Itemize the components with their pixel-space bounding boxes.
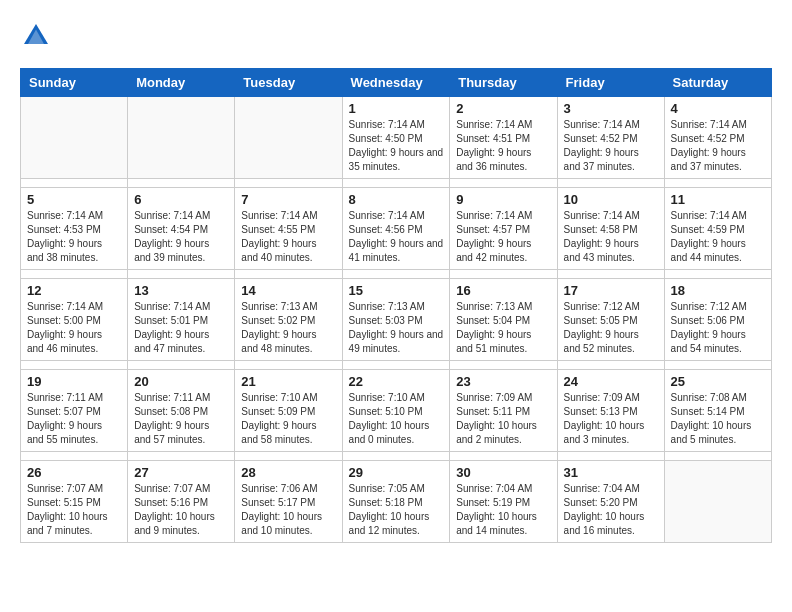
- day-header-thursday: Thursday: [450, 69, 557, 97]
- day-info: Sunrise: 7:07 AM Sunset: 5:15 PM Dayligh…: [27, 482, 121, 538]
- calendar-day: [128, 97, 235, 179]
- day-info: Sunrise: 7:07 AM Sunset: 5:16 PM Dayligh…: [134, 482, 228, 538]
- day-number: 14: [241, 283, 335, 298]
- day-info: Sunrise: 7:14 AM Sunset: 4:54 PM Dayligh…: [134, 209, 228, 265]
- day-number: 23: [456, 374, 550, 389]
- day-number: 26: [27, 465, 121, 480]
- calendar-week-row: 19Sunrise: 7:11 AM Sunset: 5:07 PM Dayli…: [21, 370, 772, 452]
- calendar-day: 17Sunrise: 7:12 AM Sunset: 5:05 PM Dayli…: [557, 279, 664, 361]
- calendar-day: 5Sunrise: 7:14 AM Sunset: 4:53 PM Daylig…: [21, 188, 128, 270]
- day-info: Sunrise: 7:13 AM Sunset: 5:03 PM Dayligh…: [349, 300, 444, 356]
- day-info: Sunrise: 7:13 AM Sunset: 5:04 PM Dayligh…: [456, 300, 550, 356]
- calendar-day: 29Sunrise: 7:05 AM Sunset: 5:18 PM Dayli…: [342, 461, 450, 543]
- calendar-day: 30Sunrise: 7:04 AM Sunset: 5:19 PM Dayli…: [450, 461, 557, 543]
- day-info: Sunrise: 7:14 AM Sunset: 4:52 PM Dayligh…: [564, 118, 658, 174]
- day-number: 31: [564, 465, 658, 480]
- day-header-tuesday: Tuesday: [235, 69, 342, 97]
- day-header-saturday: Saturday: [664, 69, 771, 97]
- calendar-day: 14Sunrise: 7:13 AM Sunset: 5:02 PM Dayli…: [235, 279, 342, 361]
- logo-icon: [20, 20, 52, 52]
- calendar-week-row: 1Sunrise: 7:14 AM Sunset: 4:50 PM Daylig…: [21, 97, 772, 179]
- day-number: 6: [134, 192, 228, 207]
- calendar-week-row: 26Sunrise: 7:07 AM Sunset: 5:15 PM Dayli…: [21, 461, 772, 543]
- page-header: [20, 20, 772, 52]
- day-number: 21: [241, 374, 335, 389]
- day-header-friday: Friday: [557, 69, 664, 97]
- calendar-day: 24Sunrise: 7:09 AM Sunset: 5:13 PM Dayli…: [557, 370, 664, 452]
- day-info: Sunrise: 7:14 AM Sunset: 5:01 PM Dayligh…: [134, 300, 228, 356]
- calendar-day: [235, 97, 342, 179]
- week-separator: [21, 179, 772, 188]
- calendar-day: [664, 461, 771, 543]
- day-number: 15: [349, 283, 444, 298]
- day-info: Sunrise: 7:13 AM Sunset: 5:02 PM Dayligh…: [241, 300, 335, 356]
- calendar-day: 27Sunrise: 7:07 AM Sunset: 5:16 PM Dayli…: [128, 461, 235, 543]
- day-number: 2: [456, 101, 550, 116]
- calendar-day: 26Sunrise: 7:07 AM Sunset: 5:15 PM Dayli…: [21, 461, 128, 543]
- day-number: 28: [241, 465, 335, 480]
- day-number: 8: [349, 192, 444, 207]
- day-number: 13: [134, 283, 228, 298]
- day-info: Sunrise: 7:14 AM Sunset: 4:59 PM Dayligh…: [671, 209, 765, 265]
- calendar-day: 9Sunrise: 7:14 AM Sunset: 4:57 PM Daylig…: [450, 188, 557, 270]
- day-info: Sunrise: 7:09 AM Sunset: 5:11 PM Dayligh…: [456, 391, 550, 447]
- day-info: Sunrise: 7:14 AM Sunset: 5:00 PM Dayligh…: [27, 300, 121, 356]
- day-number: 1: [349, 101, 444, 116]
- day-info: Sunrise: 7:14 AM Sunset: 4:50 PM Dayligh…: [349, 118, 444, 174]
- day-number: 3: [564, 101, 658, 116]
- calendar-day: 6Sunrise: 7:14 AM Sunset: 4:54 PM Daylig…: [128, 188, 235, 270]
- day-number: 24: [564, 374, 658, 389]
- calendar-week-row: 5Sunrise: 7:14 AM Sunset: 4:53 PM Daylig…: [21, 188, 772, 270]
- calendar-day: 12Sunrise: 7:14 AM Sunset: 5:00 PM Dayli…: [21, 279, 128, 361]
- day-info: Sunrise: 7:12 AM Sunset: 5:06 PM Dayligh…: [671, 300, 765, 356]
- calendar-day: 19Sunrise: 7:11 AM Sunset: 5:07 PM Dayli…: [21, 370, 128, 452]
- calendar-day: 13Sunrise: 7:14 AM Sunset: 5:01 PM Dayli…: [128, 279, 235, 361]
- day-number: 10: [564, 192, 658, 207]
- day-number: 19: [27, 374, 121, 389]
- day-number: 7: [241, 192, 335, 207]
- calendar-day: 18Sunrise: 7:12 AM Sunset: 5:06 PM Dayli…: [664, 279, 771, 361]
- calendar-day: 28Sunrise: 7:06 AM Sunset: 5:17 PM Dayli…: [235, 461, 342, 543]
- day-info: Sunrise: 7:08 AM Sunset: 5:14 PM Dayligh…: [671, 391, 765, 447]
- calendar-day: 1Sunrise: 7:14 AM Sunset: 4:50 PM Daylig…: [342, 97, 450, 179]
- calendar-day: 21Sunrise: 7:10 AM Sunset: 5:09 PM Dayli…: [235, 370, 342, 452]
- day-info: Sunrise: 7:05 AM Sunset: 5:18 PM Dayligh…: [349, 482, 444, 538]
- calendar-day: 10Sunrise: 7:14 AM Sunset: 4:58 PM Dayli…: [557, 188, 664, 270]
- day-number: 11: [671, 192, 765, 207]
- day-number: 12: [27, 283, 121, 298]
- calendar-day: 3Sunrise: 7:14 AM Sunset: 4:52 PM Daylig…: [557, 97, 664, 179]
- calendar-day: 16Sunrise: 7:13 AM Sunset: 5:04 PM Dayli…: [450, 279, 557, 361]
- day-header-sunday: Sunday: [21, 69, 128, 97]
- calendar-day: 22Sunrise: 7:10 AM Sunset: 5:10 PM Dayli…: [342, 370, 450, 452]
- calendar-day: 25Sunrise: 7:08 AM Sunset: 5:14 PM Dayli…: [664, 370, 771, 452]
- week-separator: [21, 452, 772, 461]
- day-header-monday: Monday: [128, 69, 235, 97]
- calendar-day: 11Sunrise: 7:14 AM Sunset: 4:59 PM Dayli…: [664, 188, 771, 270]
- calendar-day: 15Sunrise: 7:13 AM Sunset: 5:03 PM Dayli…: [342, 279, 450, 361]
- day-number: 4: [671, 101, 765, 116]
- day-number: 27: [134, 465, 228, 480]
- calendar-day: 4Sunrise: 7:14 AM Sunset: 4:52 PM Daylig…: [664, 97, 771, 179]
- calendar-day: 8Sunrise: 7:14 AM Sunset: 4:56 PM Daylig…: [342, 188, 450, 270]
- day-info: Sunrise: 7:10 AM Sunset: 5:10 PM Dayligh…: [349, 391, 444, 447]
- day-number: 9: [456, 192, 550, 207]
- calendar-day: 23Sunrise: 7:09 AM Sunset: 5:11 PM Dayli…: [450, 370, 557, 452]
- day-header-wednesday: Wednesday: [342, 69, 450, 97]
- day-info: Sunrise: 7:04 AM Sunset: 5:19 PM Dayligh…: [456, 482, 550, 538]
- calendar-week-row: 12Sunrise: 7:14 AM Sunset: 5:00 PM Dayli…: [21, 279, 772, 361]
- day-info: Sunrise: 7:10 AM Sunset: 5:09 PM Dayligh…: [241, 391, 335, 447]
- calendar-day: 2Sunrise: 7:14 AM Sunset: 4:51 PM Daylig…: [450, 97, 557, 179]
- day-info: Sunrise: 7:11 AM Sunset: 5:07 PM Dayligh…: [27, 391, 121, 447]
- day-info: Sunrise: 7:14 AM Sunset: 4:56 PM Dayligh…: [349, 209, 444, 265]
- calendar-day: 7Sunrise: 7:14 AM Sunset: 4:55 PM Daylig…: [235, 188, 342, 270]
- calendar-day: 31Sunrise: 7:04 AM Sunset: 5:20 PM Dayli…: [557, 461, 664, 543]
- calendar-header-row: SundayMondayTuesdayWednesdayThursdayFrid…: [21, 69, 772, 97]
- day-info: Sunrise: 7:11 AM Sunset: 5:08 PM Dayligh…: [134, 391, 228, 447]
- day-info: Sunrise: 7:14 AM Sunset: 4:53 PM Dayligh…: [27, 209, 121, 265]
- day-number: 22: [349, 374, 444, 389]
- logo: [20, 20, 56, 52]
- calendar-day: 20Sunrise: 7:11 AM Sunset: 5:08 PM Dayli…: [128, 370, 235, 452]
- day-number: 20: [134, 374, 228, 389]
- calendar-day: [21, 97, 128, 179]
- week-separator: [21, 270, 772, 279]
